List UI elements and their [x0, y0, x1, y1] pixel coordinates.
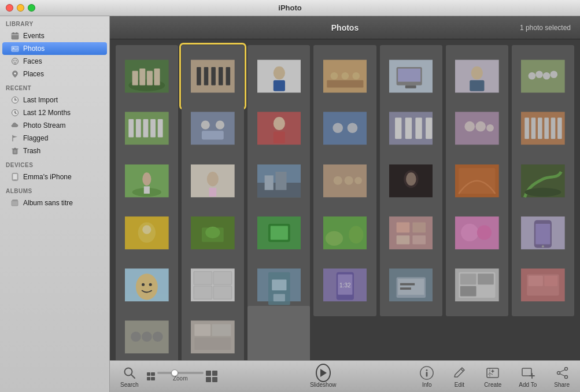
- svg-rect-150: [273, 294, 285, 302]
- sidebar-item-last-12-months[interactable]: Last 12 Months: [2, 106, 107, 119]
- svg-point-172: [153, 331, 163, 342]
- svg-point-97: [207, 172, 219, 186]
- svg-point-125: [349, 226, 363, 243]
- svg-point-25: [14, 180, 15, 180]
- svg-point-124: [325, 231, 342, 245]
- sidebar-item-places[interactable]: Places: [2, 68, 107, 80]
- content-area: Photos 1 photo selected 1:32 Search: [110, 16, 580, 392]
- svg-rect-129: [396, 235, 409, 244]
- sidebar-item-trash[interactable]: Trash: [2, 145, 107, 157]
- svg-point-75: [347, 123, 357, 134]
- svg-rect-35: [197, 67, 201, 86]
- content-header: Photos 1 photo selected: [110, 16, 580, 39]
- zoom-small-icon: [147, 372, 155, 380]
- svg-rect-62: [136, 119, 141, 138]
- svg-rect-136: [535, 224, 550, 244]
- sidebar-label-photo-stream: Photo Stream: [23, 121, 65, 130]
- svg-rect-128: [412, 222, 426, 232]
- sidebar-item-events[interactable]: Events: [2, 29, 107, 42]
- share-label: Share: [554, 382, 570, 388]
- svg-point-132: [461, 224, 478, 241]
- svg-rect-19: [14, 148, 16, 149]
- slideshow-label: Slideshow: [310, 382, 337, 388]
- info-button[interactable]: Info: [415, 363, 439, 390]
- sidebar-item-photo-stream[interactable]: Photo Stream: [2, 119, 107, 132]
- zoom-slider-track[interactable]: [157, 372, 204, 374]
- photo-thumbnail[interactable]: [512, 254, 574, 316]
- edit-icon: [452, 365, 467, 380]
- svg-rect-72: [273, 132, 285, 143]
- svg-rect-26: [12, 201, 18, 206]
- svg-rect-101: [264, 175, 273, 190]
- svg-rect-130: [412, 235, 426, 244]
- svg-point-113: [524, 187, 561, 196]
- photo-thumbnail[interactable]: 1:32: [313, 254, 376, 316]
- edit-button[interactable]: Edit: [447, 363, 471, 390]
- sidebar-label-flagged: Flagged: [23, 134, 48, 142]
- photo-thumbnail[interactable]: [247, 306, 310, 360]
- svg-rect-126: [389, 216, 433, 249]
- svg-rect-55: [521, 60, 565, 93]
- svg-rect-163: [478, 273, 494, 284]
- add-to-button[interactable]: Add To: [514, 363, 541, 390]
- svg-point-116: [142, 225, 151, 234]
- svg-rect-80: [426, 118, 432, 139]
- sidebar-item-photos[interactable]: Photos: [2, 42, 107, 55]
- sidebar-label-places: Places: [23, 70, 44, 78]
- svg-line-191: [560, 369, 565, 372]
- svg-rect-69: [202, 131, 224, 140]
- svg-point-82: [464, 121, 475, 132]
- svg-rect-1: [12, 34, 19, 35]
- svg-rect-158: [400, 283, 415, 286]
- svg-point-189: [564, 375, 567, 378]
- window-title: iPhoto: [278, 3, 301, 12]
- slideshow-button[interactable]: Slideshow: [305, 363, 341, 390]
- toolbar-center: Slideshow: [305, 363, 341, 390]
- sidebar-item-album-sans-titre[interactable]: Album sans titre: [2, 197, 107, 209]
- zoom-slider-thumb[interactable]: [171, 369, 178, 376]
- svg-point-106: [354, 176, 362, 184]
- face-icon: [10, 57, 20, 66]
- svg-rect-24: [13, 174, 17, 179]
- close-button[interactable]: [6, 4, 13, 12]
- svg-rect-0: [12, 33, 19, 39]
- sidebar-item-faces[interactable]: Faces: [2, 55, 107, 68]
- photo-thumbnail[interactable]: [182, 306, 244, 360]
- svg-rect-86: [524, 118, 529, 139]
- sidebar-label-faces: Faces: [23, 57, 42, 65]
- maximize-button[interactable]: [28, 4, 35, 12]
- search-icon: [122, 365, 137, 380]
- svg-rect-145: [194, 286, 212, 299]
- svg-point-141: [149, 283, 152, 286]
- svg-point-58: [543, 72, 551, 80]
- svg-point-45: [341, 72, 349, 80]
- photo-thumbnail[interactable]: [116, 306, 178, 360]
- svg-point-83: [475, 121, 486, 132]
- svg-rect-144: [213, 271, 232, 284]
- svg-rect-149: [272, 279, 286, 290]
- share-button[interactable]: Share: [549, 363, 574, 390]
- svg-rect-102: [275, 172, 286, 190]
- sidebar-item-last-import[interactable]: Last Import: [2, 94, 107, 106]
- svg-point-94: [142, 172, 151, 186]
- sidebar-item-emmas-iphone[interactable]: Emma's iPhone: [2, 171, 107, 183]
- photo-thumbnail[interactable]: [380, 254, 442, 316]
- svg-point-44: [330, 72, 338, 80]
- svg-rect-63: [143, 119, 149, 138]
- albums-header: ALBUMS: [0, 183, 109, 197]
- svg-rect-38: [219, 67, 223, 86]
- svg-rect-2: [13, 32, 14, 34]
- sidebar-label-emmas-iphone: Emma's iPhone: [23, 173, 72, 181]
- sidebar-label-last-12-months: Last 12 Months: [23, 109, 71, 117]
- flag-icon: [10, 134, 20, 143]
- svg-point-56: [529, 72, 536, 80]
- sidebar-item-flagged[interactable]: Flagged: [2, 132, 107, 145]
- photo-thumbnail[interactable]: [446, 254, 508, 316]
- svg-rect-159: [400, 287, 411, 290]
- minimize-button[interactable]: [17, 4, 24, 12]
- svg-rect-87: [531, 118, 536, 139]
- svg-rect-73: [323, 112, 367, 145]
- create-button[interactable]: Create: [479, 363, 506, 390]
- search-button[interactable]: Search: [116, 363, 143, 390]
- svg-rect-79: [415, 118, 422, 139]
